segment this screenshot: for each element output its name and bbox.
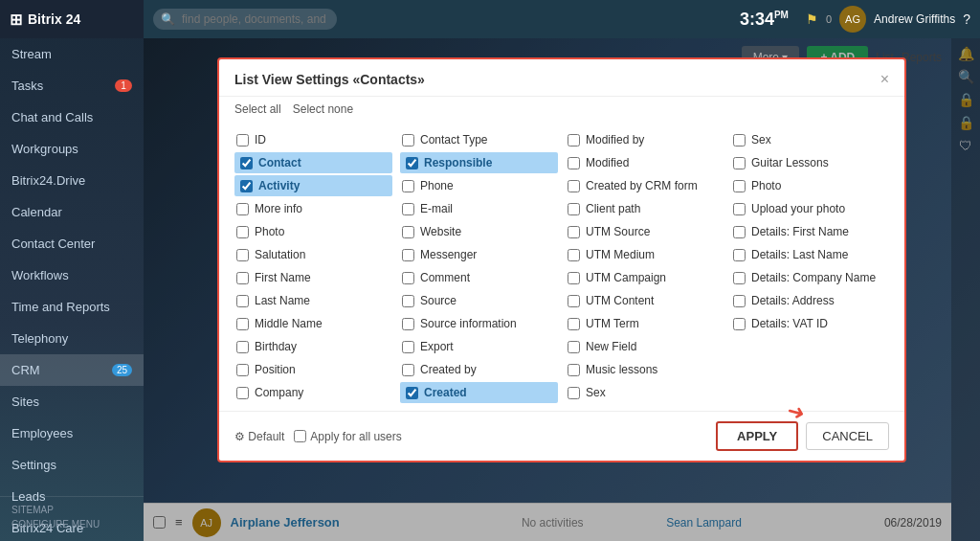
field-checkbox-utm-content[interactable] [568,295,580,307]
field-checkbox-e-mail[interactable] [402,203,414,215]
field-checkbox-details:-last-name[interactable] [733,249,746,261]
field-checkbox-utm-source[interactable] [568,226,580,238]
field-checkbox-company[interactable] [236,387,249,399]
field-label: UTM Campaign [586,271,666,284]
sidebar-item-sites[interactable]: Sites [0,386,144,417]
field-checkbox-modified[interactable] [568,157,580,169]
field-checkbox-responsible[interactable] [406,157,418,169]
sidebar-item-label: Sites [11,394,39,409]
field-checkbox-salutation[interactable] [236,249,249,261]
field-label: First Name [255,271,311,284]
sidebar-item-label: Tasks [11,79,43,93]
field-label: Position [255,363,296,376]
field-checkbox-birthday[interactable] [236,341,249,353]
field-checkbox-utm-term[interactable] [568,318,580,330]
sidebar-item-calendar[interactable]: Calendar [0,196,144,228]
modal-close-button[interactable]: × [880,71,889,88]
field-row: Comment [400,267,558,288]
sidebar-item-drive[interactable]: Bitrix24.Drive [0,165,144,196]
field-checkbox-photo[interactable] [236,226,249,238]
field-checkbox-created-by[interactable] [402,364,414,376]
apply-button[interactable]: APPLY [716,421,798,451]
sidebar-item-workflows[interactable]: Workflows [0,259,144,291]
user-name[interactable]: Andrew Griffiths [874,12,955,26]
field-checkbox-source-information[interactable] [402,318,414,330]
field-checkbox-export[interactable] [402,341,414,353]
field-checkbox-middle-name[interactable] [236,318,249,330]
select-none-link[interactable]: Select none [293,102,353,116]
app-name: Bitrix 24 [28,11,80,27]
field-label: Contact [258,156,301,169]
field-checkbox-new-field[interactable] [568,341,580,353]
select-all-link[interactable]: Select all [234,102,281,116]
field-checkbox-website[interactable] [402,226,414,238]
avatar[interactable]: AG [839,6,866,33]
field-label: Responsible [424,156,492,169]
field-row: Client path [566,198,724,219]
field-checkbox-details:-first-name[interactable] [733,226,746,238]
field-checkbox-position[interactable] [236,364,249,376]
sidebar-item-workgroups[interactable]: Workgroups [0,133,144,165]
footer-right: ➜ APPLY CANCEL [716,421,889,451]
app-logo[interactable]: ⊞ Bitrix 24 [0,0,144,38]
sidebar-item-tasks[interactable]: Tasks1 [0,70,144,101]
field-row: Website [400,221,558,242]
field-checkbox-messenger[interactable] [402,249,414,261]
field-checkbox-music-lessons[interactable] [568,364,580,376]
sidebar-nav: StreamTasks1Chat and CallsWorkgroupsBitr… [0,38,144,541]
field-row: UTM Medium [566,244,724,265]
field-checkbox-modified-by[interactable] [568,134,580,147]
sitemap-link[interactable]: SITEMAP [11,505,132,515]
cancel-button[interactable]: CANCEL [806,422,889,450]
field-checkbox-source[interactable] [402,295,414,307]
sidebar-item-time-reports[interactable]: Time and Reports [0,291,144,323]
field-label: Comment [420,271,470,284]
field-checkbox-details:-address[interactable] [733,295,746,307]
field-checkbox-phone[interactable] [402,180,414,192]
field-checkbox-contact-type[interactable] [402,134,414,147]
sidebar-item-telephony[interactable]: Telephony [0,323,144,354]
field-label: Created by CRM form [586,179,698,192]
field-row: Details: VAT ID [731,313,889,334]
field-label: Sex [751,133,771,147]
help-icon[interactable]: ? [963,11,970,27]
sidebar-item-chat[interactable]: Chat and Calls [0,101,144,133]
apply-all-checkbox[interactable] [294,430,306,442]
search-input[interactable] [153,9,337,30]
field-checkbox-last-name[interactable] [236,295,249,307]
field-checkbox-comment[interactable] [402,272,414,284]
field-checkbox-created-by-crm-form[interactable] [568,180,580,192]
field-label: Middle Name [255,317,323,330]
sidebar-item-stream[interactable]: Stream [0,38,144,70]
field-checkbox-utm-campaign[interactable] [568,272,580,284]
configure-menu-link[interactable]: CONFIGURE MENU [11,519,132,530]
field-label: Music lessons [586,363,657,376]
field-checkbox-more-info[interactable] [236,203,249,215]
field-checkbox-details:-company-name[interactable] [733,272,746,284]
field-label: Activity [258,179,300,192]
field-checkbox-activity[interactable] [240,180,253,192]
sidebar-item-employees[interactable]: Employees [0,417,144,449]
field-checkbox-photo[interactable] [733,180,746,192]
sidebar-item-contact-center[interactable]: Contact Center [0,228,144,259]
field-checkbox-details:-vat-id[interactable] [733,318,746,330]
sidebar-item-crm[interactable]: CRM25 [0,354,144,386]
field-label: Messenger [420,248,477,261]
search-icon: 🔍 [161,12,175,26]
field-checkbox-upload-your-photo[interactable] [733,203,746,215]
field-checkbox-utm-medium[interactable] [568,249,580,261]
field-checkbox-created[interactable] [406,387,418,399]
field-label: Details: Address [751,294,835,307]
field-checkbox-contact[interactable] [240,157,253,169]
field-label: Source information [420,317,517,330]
sidebar-item-settings[interactable]: Settings [0,449,144,481]
field-checkbox-client-path[interactable] [568,203,580,215]
fields-grid: IDContact TypeModified bySexContactRespo… [234,129,889,403]
field-checkbox-first-name[interactable] [236,272,249,284]
field-checkbox-guitar-lessons[interactable] [733,157,746,169]
field-checkbox-id[interactable] [236,134,249,147]
field-checkbox-sex[interactable] [733,134,746,147]
field-row: Export [400,336,558,357]
default-link[interactable]: ⚙ Default [234,430,284,443]
field-checkbox-sex[interactable] [568,387,580,399]
